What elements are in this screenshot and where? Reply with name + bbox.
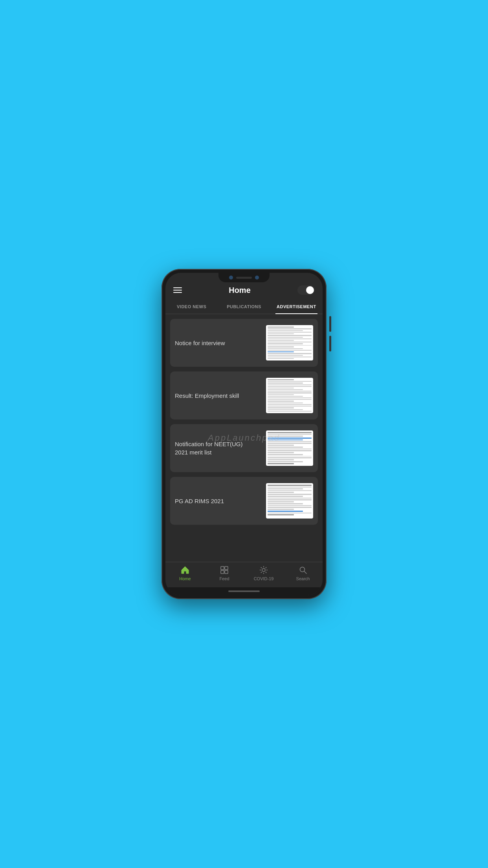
svg-line-14	[305, 572, 307, 574]
svg-rect-0	[221, 566, 224, 570]
volume-up-button	[329, 316, 331, 332]
card-notice-interview[interactable]: Notice for interview	[170, 319, 318, 367]
content-area: AppLaunchpad Notice for interview	[165, 314, 323, 562]
phone-screen: Home VIDEO NEWS PUBLICATIONS ADVERTISEME…	[165, 273, 323, 595]
tab-advertisement[interactable]: ADVERTISEMENT	[270, 300, 323, 314]
phone-frame: Home VIDEO NEWS PUBLICATIONS ADVERTISEME…	[161, 269, 327, 599]
dark-mode-toggle[interactable]	[297, 285, 315, 295]
page-title: Home	[229, 286, 251, 295]
home-indicator	[165, 587, 323, 595]
home-bar-line	[228, 590, 260, 592]
notch	[218, 273, 270, 282]
nav-home[interactable]: Home	[165, 565, 205, 581]
card-thumbnail-4	[266, 483, 313, 519]
search-icon	[298, 565, 308, 575]
front-camera	[229, 276, 233, 280]
bottom-navigation: Home Feed	[165, 562, 323, 587]
svg-rect-1	[225, 566, 228, 570]
hamburger-line-1	[173, 287, 182, 288]
svg-point-13	[300, 567, 305, 572]
tab-video-news[interactable]: VIDEO NEWS	[165, 300, 218, 314]
card-thumbnail-1	[266, 325, 313, 360]
nav-search[interactable]: Search	[283, 565, 323, 581]
nav-covid19[interactable]: COVID-19	[244, 565, 283, 581]
svg-line-12	[261, 572, 262, 573]
svg-rect-3	[225, 570, 228, 574]
svg-line-10	[266, 572, 266, 573]
nav-feed[interactable]: Feed	[205, 565, 244, 581]
tab-bar: VIDEO NEWS PUBLICATIONS ADVERTISEMENT	[165, 300, 323, 314]
hamburger-line-2	[173, 290, 182, 291]
card-title-4: PG AD RIMS 2021	[175, 497, 224, 505]
card-thumbnail-3	[266, 430, 313, 466]
svg-line-11	[266, 567, 266, 568]
card-thumbnail-2	[266, 378, 313, 413]
card-title-1: Notice for interview	[175, 339, 225, 347]
svg-line-9	[261, 567, 262, 568]
nav-feed-label: Feed	[219, 576, 229, 581]
card-title-3: Notification for NEET(UG) 2021 merit lis…	[175, 440, 251, 456]
covid-icon	[259, 565, 268, 575]
sensor	[255, 276, 259, 280]
toggle-knob	[306, 286, 314, 294]
card-title-2: Result: Employment skill	[175, 392, 239, 400]
card-pg-rims[interactable]: PG AD RIMS 2021	[170, 477, 318, 525]
home-icon	[180, 565, 190, 575]
svg-point-4	[262, 568, 265, 572]
nav-search-label: Search	[296, 576, 310, 581]
tab-publications[interactable]: PUBLICATIONS	[218, 300, 270, 314]
feed-icon	[220, 565, 229, 575]
nav-covid-label: COVID-19	[254, 576, 274, 581]
speaker	[236, 277, 252, 279]
nav-home-label: Home	[179, 576, 191, 581]
card-neet-merit[interactable]: Notification for NEET(UG) 2021 merit lis…	[170, 424, 318, 472]
volume-down-button	[329, 336, 331, 351]
hamburger-menu[interactable]	[173, 287, 182, 293]
svg-rect-2	[221, 570, 224, 574]
hamburger-line-3	[173, 292, 182, 293]
card-employment-skill[interactable]: Result: Employment skill	[170, 371, 318, 419]
